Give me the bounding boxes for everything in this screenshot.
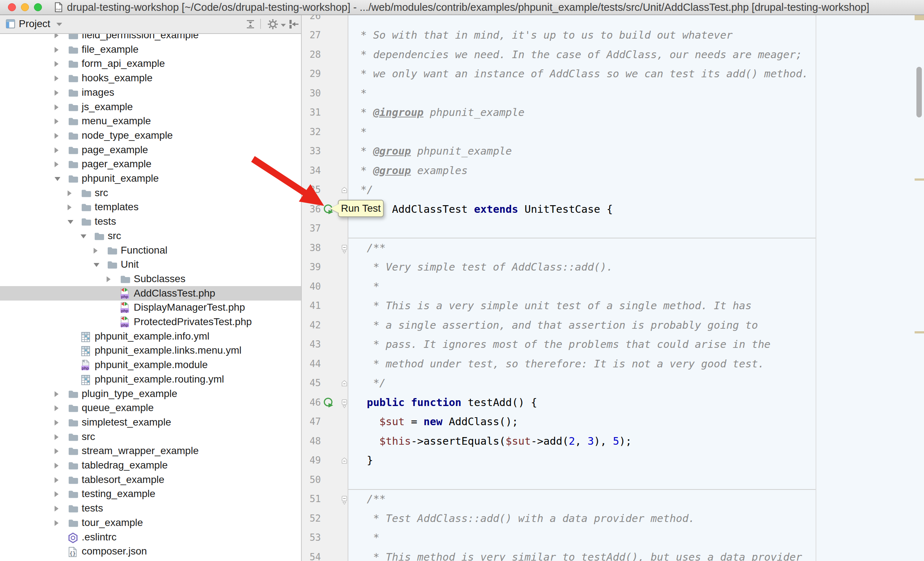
tree-item-composer-json[interactable]: {}composer.json — [0, 544, 301, 558]
error-stripe-mark[interactable] — [915, 331, 924, 334]
tree-item-src[interactable]: src — [0, 229, 301, 243]
code-line-52[interactable]: * Test AddClass::add() with a data provi… — [354, 509, 695, 528]
tree-expand-arrow[interactable] — [106, 276, 111, 282]
tree-expand-arrow[interactable] — [55, 133, 58, 139]
tree-item-queue-example[interactable]: queue_example — [0, 401, 301, 415]
tree-item-functional[interactable]: Functional — [0, 243, 301, 257]
run-test-tooltip[interactable]: Run Test — [338, 200, 384, 217]
gear-dropdown-icon[interactable] — [281, 24, 286, 27]
tree-expand-arrow[interactable] — [94, 248, 98, 254]
tree-expand-arrow[interactable] — [55, 61, 58, 67]
editor-scrollbar[interactable] — [916, 67, 922, 117]
tree-expand-arrow[interactable] — [55, 47, 58, 53]
tree-item-phpunit-example-module[interactable]: phpphpunit_example.module — [0, 358, 301, 372]
tree-item-src[interactable]: src — [0, 186, 301, 200]
code-line-29[interactable]: * we only want an instance of AddClass s… — [354, 64, 808, 84]
tree-expand-arrow[interactable] — [55, 147, 58, 153]
error-stripe-mark[interactable] — [915, 178, 924, 181]
tree-item-templates[interactable]: templates — [0, 200, 301, 214]
tree-expand-arrow[interactable] — [55, 477, 58, 483]
tree-item-tests[interactable]: tests — [0, 214, 301, 229]
code-line-43[interactable]: * pass. It ignores most of the problems … — [354, 335, 770, 355]
tree-item-protectedprivatestest-php[interactable]: phpProtectedPrivatesTest.php — [0, 315, 301, 329]
code-line-45[interactable]: */ — [354, 374, 386, 393]
tree-item-page-example[interactable]: page_example — [0, 143, 301, 157]
tree-item-stream-wrapper-example[interactable]: stream_wrapper_example — [0, 444, 301, 458]
code-line-31[interactable]: * @ingroup phpunit_example — [354, 103, 524, 123]
tree-expand-arrow[interactable] — [55, 506, 58, 512]
tree-item-phpunit-example-routing-yml[interactable]: phpunit_example.routing.yml — [0, 372, 301, 386]
code-editor[interactable]: * So with that in mind, it's up to us to… — [301, 15, 924, 561]
code-line-53[interactable]: * — [354, 528, 380, 548]
tree-item-menu-example[interactable]: menu_example — [0, 114, 301, 128]
tree-item-tests[interactable]: tests — [0, 501, 301, 516]
tree-item-phpunit-example-links-menu-yml[interactable]: phpunit_example.links.menu.yml — [0, 343, 301, 358]
tree-expand-arrow[interactable] — [55, 520, 58, 526]
tree-item-file-example[interactable]: file_example — [0, 42, 301, 57]
fold-end-marker[interactable] — [342, 457, 347, 465]
project-panel-title[interactable]: Project — [19, 15, 50, 33]
tree-item-testing-example[interactable]: testing_example — [0, 486, 301, 501]
fold-start-marker[interactable] — [342, 245, 347, 256]
tree-expand-arrow[interactable] — [68, 190, 72, 196]
code-line-47[interactable]: $sut = new AddClass(); — [354, 412, 518, 432]
tree-item-phpunit-example-info-yml[interactable]: phpunit_example.info.yml — [0, 329, 301, 344]
tree-expand-arrow[interactable] — [55, 405, 58, 411]
code-line-44[interactable]: * method under test, so therefore: It is… — [354, 355, 764, 374]
code-line-54[interactable]: * This method is very similar to testAdd… — [354, 548, 802, 561]
tree-item--eslintrc[interactable]: .eslintrc — [0, 530, 301, 545]
code-line-38[interactable]: /** — [354, 238, 386, 258]
tree-item-form-api-example[interactable]: form_api_example — [0, 56, 301, 71]
tree-item-images[interactable]: images — [0, 85, 301, 100]
tree-item-tabledrag-example[interactable]: tabledrag_example — [0, 458, 301, 473]
tree-item-plugin-type-example[interactable]: plugin_type_example — [0, 386, 301, 401]
tree-expand-arrow[interactable] — [55, 162, 58, 167]
tree-expand-arrow-open[interactable] — [81, 235, 86, 238]
tree-item-js-example[interactable]: js_example — [0, 100, 301, 114]
code-line-27[interactable]: * So with that in mind, it's up to us to… — [354, 25, 733, 45]
tree-expand-arrow[interactable] — [55, 448, 58, 454]
code-line-36[interactable]: AddClassTest extends UnitTestCase { — [354, 200, 613, 219]
fold-start-marker[interactable] — [342, 399, 347, 410]
code-line-51[interactable]: /** — [354, 489, 386, 509]
tree-item-unit[interactable]: Unit — [0, 257, 301, 272]
tree-item-src[interactable]: src — [0, 429, 301, 444]
tree-item-pager-example[interactable]: pager_example — [0, 157, 301, 171]
code-line-39[interactable]: * Very simple test of AddClass::add(). — [354, 257, 613, 277]
tree-expand-arrow[interactable] — [55, 491, 58, 497]
tree-item-subclasses[interactable]: Subclasses — [0, 272, 301, 286]
code-line-42[interactable]: * a single assertion, and that assertion… — [354, 316, 758, 335]
tree-item-phpunit-example[interactable]: phpunit_example — [0, 171, 301, 186]
tree-item-simpletest-example[interactable]: simpletest_example — [0, 415, 301, 429]
tree-expand-arrow[interactable] — [55, 434, 58, 440]
code-line-46[interactable]: public function testAdd() { — [354, 393, 537, 413]
tree-item-tablesort-example[interactable]: tablesort_example — [0, 473, 301, 487]
code-line-48[interactable]: $this->assertEquals($sut->add(2, 3), 5); — [354, 432, 632, 451]
code-line-28[interactable]: * dependencies we need. In the case of A… — [354, 45, 802, 65]
tree-expand-arrow[interactable] — [55, 420, 58, 426]
tree-expand-arrow[interactable] — [55, 75, 58, 81]
error-stripe-mark[interactable] — [915, 15, 924, 20]
tree-item-hooks-example[interactable]: hooks_example — [0, 71, 301, 85]
code-line-40[interactable]: * — [354, 277, 380, 296]
code-line-32[interactable]: * — [354, 123, 367, 142]
code-line-30[interactable]: * — [354, 84, 367, 103]
tree-item-tour-example[interactable]: tour_example — [0, 516, 301, 530]
code-line-41[interactable]: * This is a very simple unit test of a s… — [354, 296, 752, 316]
gear-icon[interactable] — [267, 18, 279, 30]
fold-end-marker[interactable] — [342, 380, 347, 388]
tree-expand-arrow[interactable] — [55, 391, 58, 397]
hide-panel-button[interactable] — [288, 18, 300, 30]
code-line-34[interactable]: * @group examples — [354, 161, 468, 181]
chevron-down-icon[interactable] — [56, 23, 62, 26]
tree-expand-arrow-open[interactable] — [55, 177, 60, 181]
tree-item-addclasstest-php[interactable]: phpAddClassTest.php — [0, 286, 301, 301]
tree-item-node-type-example[interactable]: node_type_example — [0, 128, 301, 143]
tree-expand-arrow[interactable] — [55, 90, 58, 96]
run-test-label[interactable]: Run Test — [341, 203, 381, 214]
tree-item-displaymanagertest-php[interactable]: phpDisplayManagerTest.php — [0, 300, 301, 315]
code-line-33[interactable]: * @group phpunit_example — [354, 142, 512, 161]
code-line-35[interactable]: */ — [354, 180, 373, 200]
fold-end-marker[interactable] — [342, 187, 347, 195]
tree-expand-arrow[interactable] — [55, 118, 58, 124]
